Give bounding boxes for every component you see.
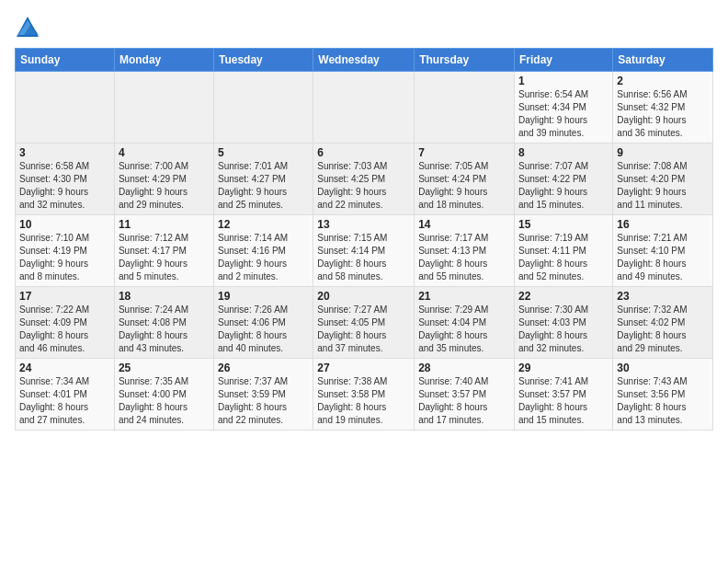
- calendar-cell: 5Sunrise: 7:01 AM Sunset: 4:27 PM Daylig…: [213, 144, 313, 215]
- calendar-week-row: 3Sunrise: 6:58 AM Sunset: 4:30 PM Daylig…: [16, 144, 713, 215]
- calendar-cell: 28Sunrise: 7:40 AM Sunset: 3:57 PM Dayli…: [415, 359, 515, 431]
- day-info: Sunrise: 7:35 AM Sunset: 4:00 PM Dayligh…: [119, 375, 210, 427]
- logo-icon: [15, 15, 40, 40]
- day-info: Sunrise: 7:26 AM Sunset: 4:06 PM Dayligh…: [218, 304, 309, 355]
- day-info: Sunrise: 7:17 AM Sunset: 4:13 PM Dayligh…: [418, 232, 510, 283]
- calendar-week-row: 17Sunrise: 7:22 AM Sunset: 4:09 PM Dayli…: [16, 287, 713, 359]
- calendar-cell: 25Sunrise: 7:35 AM Sunset: 4:00 PM Dayli…: [114, 359, 213, 431]
- day-number: 9: [617, 146, 709, 159]
- day-number: 5: [218, 146, 309, 159]
- day-number: 25: [119, 362, 210, 374]
- day-info: Sunrise: 7:15 AM Sunset: 4:14 PM Dayligh…: [317, 232, 410, 283]
- day-info: Sunrise: 7:07 AM Sunset: 4:22 PM Dayligh…: [518, 160, 609, 212]
- day-number: 18: [119, 290, 210, 303]
- day-number: 6: [317, 146, 410, 159]
- calendar-cell: 18Sunrise: 7:24 AM Sunset: 4:08 PM Dayli…: [114, 287, 213, 359]
- day-info: Sunrise: 7:37 AM Sunset: 3:59 PM Dayligh…: [218, 375, 309, 427]
- calendar-cell: [415, 72, 515, 144]
- day-info: Sunrise: 7:30 AM Sunset: 4:03 PM Dayligh…: [518, 304, 609, 355]
- day-info: Sunrise: 7:12 AM Sunset: 4:17 PM Dayligh…: [119, 232, 210, 283]
- day-number: 24: [19, 362, 110, 374]
- header: [15, 11, 713, 40]
- day-info: Sunrise: 7:08 AM Sunset: 4:20 PM Dayligh…: [617, 160, 709, 212]
- day-info: Sunrise: 7:19 AM Sunset: 4:11 PM Dayligh…: [518, 232, 609, 283]
- calendar-cell: 14Sunrise: 7:17 AM Sunset: 4:13 PM Dayli…: [415, 215, 515, 287]
- day-number: 19: [218, 290, 309, 303]
- day-number: 14: [418, 218, 510, 231]
- calendar-cell: 6Sunrise: 7:03 AM Sunset: 4:25 PM Daylig…: [313, 144, 415, 215]
- day-number: 3: [19, 146, 110, 159]
- day-number: 4: [119, 146, 210, 159]
- calendar-cell: 13Sunrise: 7:15 AM Sunset: 4:14 PM Dayli…: [313, 215, 415, 287]
- day-number: 23: [617, 290, 709, 303]
- calendar-cell: 19Sunrise: 7:26 AM Sunset: 4:06 PM Dayli…: [213, 287, 313, 359]
- day-info: Sunrise: 7:41 AM Sunset: 3:57 PM Dayligh…: [518, 375, 609, 427]
- calendar-cell: 7Sunrise: 7:05 AM Sunset: 4:24 PM Daylig…: [415, 144, 515, 215]
- calendar-header-friday: Friday: [515, 49, 613, 72]
- page: SundayMondayTuesdayWednesdayThursdayFrid…: [0, 0, 728, 563]
- day-info: Sunrise: 7:14 AM Sunset: 4:16 PM Dayligh…: [218, 232, 309, 283]
- day-info: Sunrise: 7:38 AM Sunset: 3:58 PM Dayligh…: [317, 375, 410, 427]
- day-number: 13: [317, 218, 410, 231]
- day-info: Sunrise: 7:32 AM Sunset: 4:02 PM Dayligh…: [617, 304, 709, 355]
- calendar-cell: 17Sunrise: 7:22 AM Sunset: 4:09 PM Dayli…: [16, 287, 115, 359]
- calendar-cell: 16Sunrise: 7:21 AM Sunset: 4:10 PM Dayli…: [613, 215, 713, 287]
- calendar-cell: 4Sunrise: 7:00 AM Sunset: 4:29 PM Daylig…: [114, 144, 213, 215]
- calendar-cell: 26Sunrise: 7:37 AM Sunset: 3:59 PM Dayli…: [213, 359, 313, 431]
- calendar-cell: 1Sunrise: 6:54 AM Sunset: 4:34 PM Daylig…: [515, 72, 613, 144]
- day-number: 1: [518, 75, 609, 87]
- day-number: 29: [518, 362, 609, 374]
- calendar-header-tuesday: Tuesday: [213, 49, 313, 72]
- calendar-cell: 15Sunrise: 7:19 AM Sunset: 4:11 PM Dayli…: [515, 215, 613, 287]
- calendar-cell: [16, 72, 115, 144]
- day-info: Sunrise: 7:00 AM Sunset: 4:29 PM Dayligh…: [119, 160, 210, 212]
- day-info: Sunrise: 7:22 AM Sunset: 4:09 PM Dayligh…: [19, 304, 110, 355]
- day-info: Sunrise: 7:05 AM Sunset: 4:24 PM Dayligh…: [418, 160, 510, 212]
- day-number: 10: [19, 218, 110, 231]
- calendar-cell: 8Sunrise: 7:07 AM Sunset: 4:22 PM Daylig…: [515, 144, 613, 215]
- day-number: 15: [518, 218, 609, 231]
- day-number: 12: [218, 218, 309, 231]
- calendar-cell: [313, 72, 415, 144]
- calendar-header-sunday: Sunday: [16, 49, 115, 72]
- calendar-cell: 30Sunrise: 7:43 AM Sunset: 3:56 PM Dayli…: [613, 359, 713, 431]
- day-info: Sunrise: 7:40 AM Sunset: 3:57 PM Dayligh…: [418, 375, 510, 427]
- logo: [15, 15, 44, 40]
- calendar-cell: 20Sunrise: 7:27 AM Sunset: 4:05 PM Dayli…: [313, 287, 415, 359]
- calendar-cell: 9Sunrise: 7:08 AM Sunset: 4:20 PM Daylig…: [613, 144, 713, 215]
- calendar-cell: 27Sunrise: 7:38 AM Sunset: 3:58 PM Dayli…: [313, 359, 415, 431]
- day-number: 11: [119, 218, 210, 231]
- day-number: 17: [19, 290, 110, 303]
- day-number: 8: [518, 146, 609, 159]
- day-info: Sunrise: 7:01 AM Sunset: 4:27 PM Dayligh…: [218, 160, 309, 212]
- day-info: Sunrise: 7:43 AM Sunset: 3:56 PM Dayligh…: [617, 375, 709, 427]
- calendar-cell: 29Sunrise: 7:41 AM Sunset: 3:57 PM Dayli…: [515, 359, 613, 431]
- day-info: Sunrise: 7:29 AM Sunset: 4:04 PM Dayligh…: [418, 304, 510, 355]
- day-number: 27: [317, 362, 410, 374]
- calendar-header-monday: Monday: [114, 49, 213, 72]
- calendar-header-thursday: Thursday: [415, 49, 515, 72]
- day-number: 21: [418, 290, 510, 303]
- calendar-cell: 3Sunrise: 6:58 AM Sunset: 4:30 PM Daylig…: [16, 144, 115, 215]
- calendar-cell: 23Sunrise: 7:32 AM Sunset: 4:02 PM Dayli…: [613, 287, 713, 359]
- day-info: Sunrise: 7:34 AM Sunset: 4:01 PM Dayligh…: [19, 375, 110, 427]
- calendar-cell: 21Sunrise: 7:29 AM Sunset: 4:04 PM Dayli…: [415, 287, 515, 359]
- day-number: 16: [617, 218, 709, 231]
- day-info: Sunrise: 7:21 AM Sunset: 4:10 PM Dayligh…: [617, 232, 709, 283]
- calendar-cell: 24Sunrise: 7:34 AM Sunset: 4:01 PM Dayli…: [16, 359, 115, 431]
- calendar-cell: [114, 72, 213, 144]
- day-info: Sunrise: 7:03 AM Sunset: 4:25 PM Dayligh…: [317, 160, 410, 212]
- day-info: Sunrise: 7:10 AM Sunset: 4:19 PM Dayligh…: [19, 232, 110, 283]
- calendar-cell: 10Sunrise: 7:10 AM Sunset: 4:19 PM Dayli…: [16, 215, 115, 287]
- day-info: Sunrise: 6:58 AM Sunset: 4:30 PM Dayligh…: [19, 160, 110, 212]
- day-number: 20: [317, 290, 410, 303]
- calendar-header-row: SundayMondayTuesdayWednesdayThursdayFrid…: [16, 49, 713, 72]
- calendar-table: SundayMondayTuesdayWednesdayThursdayFrid…: [15, 48, 713, 431]
- calendar-header-saturday: Saturday: [613, 49, 713, 72]
- day-number: 30: [617, 362, 709, 374]
- calendar-cell: 22Sunrise: 7:30 AM Sunset: 4:03 PM Dayli…: [515, 287, 613, 359]
- calendar-cell: 11Sunrise: 7:12 AM Sunset: 4:17 PM Dayli…: [114, 215, 213, 287]
- calendar-cell: 12Sunrise: 7:14 AM Sunset: 4:16 PM Dayli…: [213, 215, 313, 287]
- calendar-cell: 2Sunrise: 6:56 AM Sunset: 4:32 PM Daylig…: [613, 72, 713, 144]
- day-number: 22: [518, 290, 609, 303]
